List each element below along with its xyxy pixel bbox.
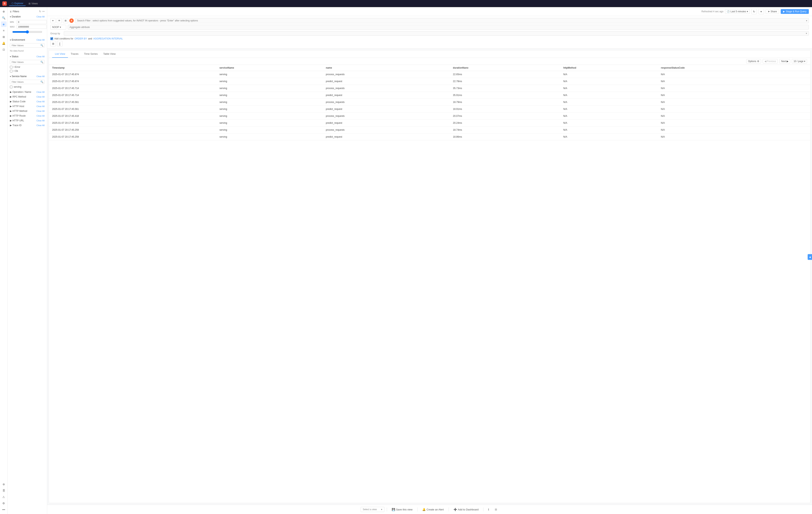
http-route-clear-btn[interactable]: Clear All	[36, 115, 45, 117]
tab-time-series[interactable]: Time Series	[81, 50, 100, 58]
environment-header[interactable]: ▾ Environment Clear All	[7, 37, 47, 43]
refresh-btn[interactable]: ↻	[751, 9, 757, 14]
aggregation-interval-link[interactable]: AGGREGATION INTERVAL	[93, 37, 123, 40]
per-page-select[interactable]: 10 / page ▾	[792, 59, 807, 63]
collapse-sidebar-icon[interactable]: ↦	[42, 10, 45, 13]
share-btn[interactable]: ➤ Share	[766, 9, 779, 14]
table-row[interactable]: 2025-01-07 20:17:45.418servingpredict_re…	[49, 119, 810, 127]
http-method-clear-btn[interactable]: Clear All	[36, 110, 45, 112]
nav-icon-metrics[interactable]: ⊞	[1, 34, 6, 40]
http-host-clear-btn[interactable]: Clear All	[36, 105, 45, 107]
nav-icon-data[interactable]: 🗄	[1, 488, 6, 493]
next-btn[interactable]: Next ▶	[779, 59, 790, 63]
tab-table-view[interactable]: Table View	[100, 50, 118, 58]
nav-icon-more[interactable]: •••	[1, 507, 6, 512]
formula-btn[interactable]: ∑	[57, 41, 63, 46]
table-row[interactable]: 2025-01-07 20:17:45.874servingpredict_re…	[49, 78, 810, 85]
group-by-field[interactable]: ▾	[64, 31, 809, 36]
create-alert-btn[interactable]: 🔔 Create an Alert	[420, 507, 446, 512]
max-label: MAX	[10, 26, 16, 28]
service-search-icon: 🔍	[40, 81, 44, 83]
service-serving-checkbox[interactable]	[10, 86, 12, 88]
query-view-btn[interactable]: 👁	[57, 18, 62, 23]
status-error-checkbox[interactable]	[10, 66, 12, 69]
cell-name: process_requests	[323, 85, 450, 92]
status-clear-btn[interactable]: Clear All	[36, 55, 45, 58]
tab-traces[interactable]: Traces	[68, 50, 81, 58]
duration-clear-btn[interactable]: Clear All	[36, 16, 45, 18]
status-filter-input[interactable]	[10, 60, 45, 64]
share-icon: ➤	[768, 10, 770, 13]
table-row[interactable]: 2025-01-07 20:17:45.874servingprocess_re…	[49, 71, 810, 78]
nav-icon-warning[interactable]: ⚠	[1, 494, 6, 500]
min-input[interactable]	[17, 20, 47, 24]
service-name-filter-wrap: 🔍	[7, 79, 47, 85]
service-name-header[interactable]: ▾ Service Name Clear All	[7, 74, 47, 79]
table-row[interactable]: 2025-01-07 20:17:45.714servingpredict_re…	[49, 92, 810, 99]
service-serving-item: serving	[7, 85, 47, 89]
aggregate-input[interactable]	[68, 25, 809, 30]
status-code-clear-btn[interactable]: Clear All	[36, 100, 45, 103]
nav-icon-home[interactable]: ⊕	[1, 9, 6, 14]
refresh-filter-icon[interactable]: ↻	[39, 10, 41, 13]
http-host-section[interactable]: ▶ HTTP Host Clear All	[7, 104, 47, 109]
tab-list-view[interactable]: List View	[52, 50, 68, 58]
nav-icon-search[interactable]: 🔍	[1, 15, 6, 21]
grid-view-btn[interactable]: ⊞	[493, 507, 498, 512]
status-ok-checkbox[interactable]	[10, 70, 12, 72]
add-dashboard-btn[interactable]: ➕ Add to Dashboard	[451, 507, 481, 512]
status-code-chevron-icon: ▶	[10, 100, 12, 103]
table-row[interactable]: 2025-01-07 20:17:45.259servingpredict_re…	[49, 133, 810, 140]
rpc-method-section[interactable]: ▶ RPC Method Clear All	[7, 94, 47, 99]
environment-filter-input[interactable]	[10, 43, 45, 48]
order-by-link[interactable]: ORDER BY	[75, 37, 87, 40]
query-copy-btn[interactable]: ⊞	[63, 18, 68, 23]
select-view-placeholder: Select a view	[363, 508, 377, 511]
nav-icon-settings[interactable]: ⚙	[1, 501, 6, 506]
table-row[interactable]: 2025-01-07 20:17:45.418servingprocess_re…	[49, 113, 810, 119]
rpc-method-clear-btn[interactable]: Clear All	[36, 96, 45, 98]
http-url-clear-btn[interactable]: Clear All	[36, 119, 45, 122]
stage-run-btn[interactable]: ▶ Stage & Run Query	[781, 9, 809, 14]
conditions-checkbox[interactable]	[50, 37, 53, 40]
query-search-input[interactable]	[75, 18, 809, 23]
service-name-filter-input[interactable]	[10, 80, 45, 84]
time-selector[interactable]: 🕐 Last 5 minutes ▾	[725, 9, 750, 14]
nav-tab-views[interactable]: ⊞ Views	[26, 1, 40, 6]
table-view-btn[interactable]: ⊞	[50, 41, 56, 46]
table-row[interactable]: 2025-01-07 20:17:45.714servingprocess_re…	[49, 85, 810, 92]
nav-icon-dashboards[interactable]: ⊡	[1, 47, 6, 52]
environment-clear-btn[interactable]: Clear All	[36, 39, 45, 41]
operation-name-section[interactable]: ▶ Operation / Name Clear All	[7, 90, 47, 94]
status-header[interactable]: ▾ Status Clear All	[7, 54, 47, 59]
nav-icon-logs[interactable]: ≡	[1, 28, 6, 33]
nav-icon-alerts[interactable]: 🔔	[1, 40, 6, 46]
info-btn[interactable]: ℹ	[486, 507, 491, 512]
trace-id-clear-btn[interactable]: Clear All	[36, 124, 45, 127]
noop-select[interactable]: NOOP ▾	[50, 25, 66, 30]
duration-slider[interactable]	[12, 30, 42, 33]
nav-tab-explorer[interactable]: ⬡ Explorer	[9, 1, 26, 6]
save-view-btn[interactable]: 💾 Save this view	[389, 507, 415, 512]
query-collapse-btn[interactable]: ▾	[50, 18, 56, 23]
table-row[interactable]: 2025-01-07 20:17:45.561servingpredict_re…	[49, 106, 810, 113]
select-view-dropdown[interactable]: Select a view ▾	[360, 507, 384, 512]
right-edge-badge[interactable]: ◀	[808, 254, 812, 260]
previous-btn[interactable]: ◀ Previous	[763, 59, 778, 63]
status-filter-wrap: 🔍	[7, 59, 47, 65]
http-route-section[interactable]: ▶ HTTP Route Clear All	[7, 113, 47, 118]
service-name-clear-btn[interactable]: Clear All	[36, 75, 45, 78]
table-row[interactable]: 2025-01-07 20:17:45.259servingprocess_re…	[49, 127, 810, 133]
max-input[interactable]	[17, 25, 47, 29]
options-btn[interactable]: Options ⚙	[746, 59, 761, 63]
trace-id-section[interactable]: ▶ Trace ID Clear All	[7, 123, 47, 128]
nav-icon-traces[interactable]: ◈	[1, 21, 6, 27]
table-row[interactable]: 2025-01-07 20:17:45.561servingprocess_re…	[49, 99, 810, 106]
nav-icon-integrations[interactable]: ⊛	[1, 482, 6, 487]
http-url-section[interactable]: ▶ HTTP URL Clear All	[7, 118, 47, 123]
status-code-section[interactable]: ▶ Status Code Clear All	[7, 99, 47, 104]
operation-name-clear-btn[interactable]: Clear All	[36, 91, 45, 93]
more-options-btn[interactable]: ▾	[758, 9, 764, 14]
duration-header[interactable]: ▾ Duration Clear All	[7, 14, 47, 19]
http-method-section[interactable]: ▶ HTTP Method Clear All	[7, 109, 47, 113]
